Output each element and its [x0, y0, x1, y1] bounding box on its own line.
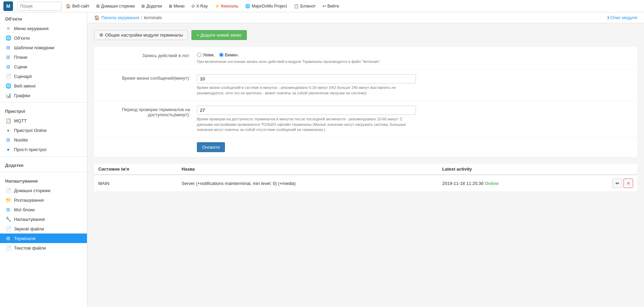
- delete-button[interactable]: ✕: [623, 178, 633, 188]
- lifetime-input[interactable]: [197, 74, 416, 83]
- charts-icon: 📊: [5, 93, 11, 98]
- log-control: Увімк. Вимкн. При включенном состоянии з…: [197, 52, 637, 64]
- sidebar-item-charts[interactable]: 📊 Графіки: [0, 91, 87, 100]
- add-record-button[interactable]: + Додати новий запис: [191, 30, 247, 40]
- content-area: ⚙ Общие настройки модуля терминалы + Дод…: [87, 23, 644, 199]
- log-off-label[interactable]: Вимкн.: [219, 52, 239, 57]
- sidebar-item-terminals[interactable]: ⊞ Термінали: [0, 233, 87, 243]
- nav-console[interactable]: ⚡ Консоль: [212, 0, 241, 12]
- main-layout: Об'єкти ≡ Меню керування 🌐 Об'єкти ⊞ Шаб…: [0, 12, 644, 307]
- update-offset: [94, 142, 197, 152]
- my-blocks-icon: ⊞: [5, 207, 11, 212]
- template-icon: ⊞: [5, 45, 11, 50]
- online-icon: ●: [5, 128, 11, 133]
- plans-icon: ⊞: [5, 54, 11, 60]
- globe-sm-icon: 🌐: [5, 35, 11, 41]
- settings-section-title: Налаштування: [0, 174, 87, 186]
- nav-majordomoproject[interactable]: 🌐 MajorDoMo Project: [242, 0, 290, 12]
- nav-logout[interactable]: ↩ Вийти: [320, 0, 342, 12]
- terminals-table: Системне ім'я Назва Latest activity MAIN…: [94, 164, 637, 192]
- nav-website[interactable]: 🏠 Веб-сайт: [63, 0, 92, 12]
- module-desc-link[interactable]: ℹ Опис модуля: [607, 15, 637, 20]
- nav-menu[interactable]: ⊞ Меню: [166, 0, 187, 12]
- check-period-control: Время проверки на доступность терминалов…: [197, 106, 637, 132]
- addons-section-title: Додатки: [0, 159, 87, 170]
- log-off-radio[interactable]: [219, 53, 224, 57]
- cell-sysname: MAIN: [94, 175, 178, 192]
- sidebar: Об'єкти ≡ Меню керування 🌐 Об'єкти ⊞ Шаб…: [0, 12, 87, 307]
- scenes-icon: ⊞: [5, 64, 11, 69]
- sidebar-item-objects[interactable]: 🌐 Об'єкти: [0, 33, 87, 43]
- sidebar-item-web-vars[interactable]: 🌐 Веб-змінні: [0, 81, 87, 91]
- log-on-radio[interactable]: [197, 53, 201, 57]
- settings-form: Запись действий в лог: Увімк. Вимкн.: [94, 47, 637, 157]
- col-activity: Latest activity: [438, 164, 576, 175]
- gear-icon: ⚙: [99, 32, 103, 38]
- webvars-icon: 🌐: [5, 83, 11, 89]
- search-input[interactable]: [17, 2, 62, 11]
- table-row: MAIN Server (+notifications mainterminal…: [94, 175, 637, 192]
- update-button[interactable]: Оновити: [197, 142, 225, 152]
- nav-blocknote[interactable]: 📋 Блокнот: [291, 0, 318, 12]
- divider-1: [0, 102, 87, 103]
- log-row: Запись действий в лог: Увімк. Вимкн.: [94, 47, 637, 69]
- sidebar-item-mqtt[interactable]: 📋 MQTT: [0, 116, 87, 125]
- globe-icon: 🌐: [245, 4, 250, 9]
- breadcrumb-sep: /: [141, 15, 142, 20]
- log-hint: При включенном состоянии запись всех дей…: [197, 59, 416, 64]
- edit-button[interactable]: ✏: [613, 178, 622, 188]
- grid2-icon: ⊞: [141, 4, 145, 9]
- sidebar-item-devices-online[interactable]: ● Пристрої Online: [0, 125, 87, 135]
- nav-homepages[interactable]: ⊞ Домашні сторінки: [93, 0, 137, 12]
- mqtt-icon: 📋: [5, 118, 11, 123]
- col-actions: [576, 164, 637, 175]
- breadcrumb: 🏠 Панель керування / terminals: [94, 15, 162, 20]
- homepages-icon: 📄: [5, 188, 11, 193]
- divider-2: [0, 156, 87, 157]
- sidebar-item-homepages[interactable]: 📄 Домашні сторінки: [0, 186, 87, 195]
- grid-icon: ⊞: [96, 4, 100, 9]
- breadcrumb-home[interactable]: Панель керування: [101, 15, 139, 20]
- sidebar-item-sound-files[interactable]: 📄 Звукові файли: [0, 224, 87, 233]
- scenarios-icon: 📄: [5, 74, 11, 79]
- divider-3: [0, 172, 87, 172]
- sidebar-item-my-blocks[interactable]: ⊞ Мої блоки: [0, 205, 87, 214]
- logout-icon: ↩: [323, 4, 326, 9]
- nav-xray[interactable]: ⊙ X-Ray: [189, 0, 210, 12]
- text-files-icon: 📄: [5, 245, 11, 251]
- update-row: Оновити: [94, 137, 637, 157]
- sidebar-item-noolite[interactable]: ⊞ Noolite: [0, 135, 87, 145]
- check-period-input[interactable]: [197, 106, 416, 115]
- status-badge: Online: [485, 181, 498, 186]
- sidebar-item-scenes[interactable]: ⊞ Сцени: [0, 62, 87, 71]
- clipboard-icon: 📋: [294, 4, 299, 9]
- info-icon: ℹ: [607, 15, 609, 20]
- top-navigation: M 🏠 Веб-сайт ⊞ Домашні сторінки ⊞ Додатк…: [0, 0, 644, 12]
- sidebar-item-settings[interactable]: 🔧 Налаштування: [0, 214, 87, 224]
- sidebar-item-text-files[interactable]: 📄 Текстові файли: [0, 243, 87, 253]
- sidebar-item-menu-mgmt[interactable]: ≡ Меню керування: [0, 24, 87, 33]
- lifetime-label: Время жизни сообщений(минут):: [94, 74, 197, 81]
- grid3-icon: ⊞: [169, 4, 172, 9]
- col-sysname: Системне ім'я: [94, 164, 178, 175]
- check-period-row: Период проверки терминалов на доступност…: [94, 101, 637, 137]
- sidebar-item-simple-devices[interactable]: ● Прості пристрої: [0, 145, 87, 154]
- log-radio-group: Увімк. Вимкн.: [197, 52, 637, 57]
- circle-icon: ⊙: [191, 4, 195, 9]
- sidebar-item-scenarios[interactable]: 📄 Сценарії: [0, 71, 87, 81]
- cell-actions: ✏ ✕: [576, 175, 637, 192]
- app-logo: M: [3, 1, 13, 11]
- toolbar: ⚙ Общие настройки модуля терминалы + Дод…: [94, 30, 637, 40]
- sidebar-item-behavior-templates[interactable]: ⊞ Шаблони поведінки: [0, 43, 87, 52]
- cell-activity: 2019-11-18 11:25:36 Online: [438, 175, 576, 192]
- locations-icon: 📁: [5, 197, 11, 203]
- home-icon: 🏠: [66, 4, 71, 9]
- check-period-label: Период проверки терминалов на доступност…: [94, 106, 197, 117]
- devices-section-title: Пристрої: [0, 105, 87, 116]
- nav-addons[interactable]: ⊞ Додатки: [139, 0, 165, 12]
- log-on-label[interactable]: Увімк.: [197, 52, 215, 57]
- sidebar-item-plans[interactable]: ⊞ Плани: [0, 52, 87, 62]
- sidebar-item-locations[interactable]: 📁 Розташування: [0, 195, 87, 205]
- settings-button[interactable]: ⚙ Общие настройки модуля терминалы: [94, 30, 188, 40]
- simple-devices-icon: ●: [5, 147, 11, 152]
